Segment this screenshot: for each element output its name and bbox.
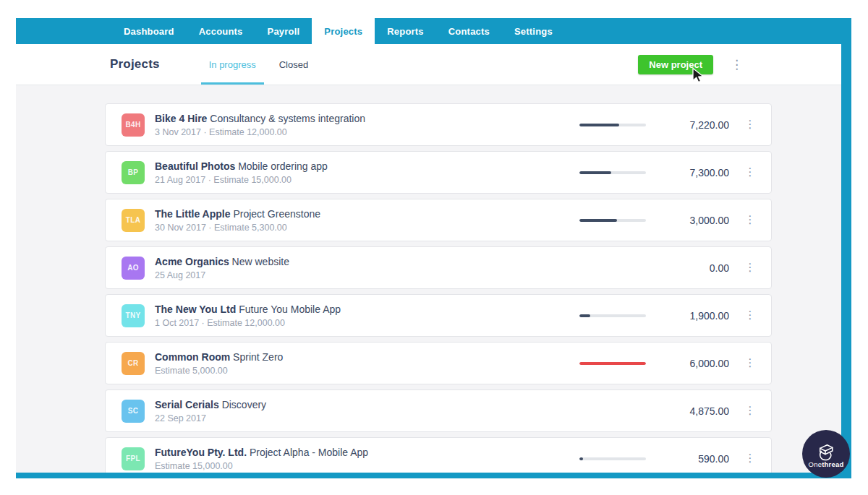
progress-bar-fill <box>579 124 619 126</box>
project-row[interactable]: B4H Bike 4 Hire Consultancy & systems in… <box>105 103 772 146</box>
project-text: Beautiful Photos Mobile ordering app 21 … <box>155 160 579 185</box>
project-avatar: B4H <box>122 113 145 137</box>
project-row[interactable]: BP Beautiful Photos Mobile ordering app … <box>105 151 772 194</box>
project-meta: 1 Oct 2017 · Estimate 12,000.00 <box>155 318 579 328</box>
watermark-label: Onethread <box>809 460 844 468</box>
project-text: Common Room Sprint Zero Estimate 5,000.0… <box>155 351 579 376</box>
project-text: The New You Ltd Future You Mobile App 1 … <box>155 304 579 328</box>
project-row[interactable]: AO Acme Organics New website 25 Aug 2017… <box>105 246 772 289</box>
project-meta: 21 Aug 2017 · Estimate 15,000.00 <box>155 175 579 185</box>
project-meta: 25 Aug 2017 <box>155 270 579 280</box>
project-row-right: 7,300.00 ⋮ <box>579 163 771 182</box>
project-text: Acme Organics New website 25 Aug 2017 <box>155 256 579 280</box>
project-name: FutureYou Pty. Ltd. <box>155 447 247 458</box>
project-meta: 22 Sep 2017 <box>155 413 579 423</box>
project-amount: 0.00 <box>646 262 729 274</box>
project-title-line: Bike 4 Hire Consultancy & systems integr… <box>155 113 579 124</box>
avatar-initials: SC <box>128 407 139 415</box>
progress-bar-fill <box>579 362 646 365</box>
progress-bar-fill <box>579 457 583 460</box>
spool-icon <box>814 440 838 462</box>
progress-bar <box>579 171 646 174</box>
project-amount: 6,000.00 <box>646 358 729 369</box>
project-row-right: 590.00 ⋮ <box>579 449 771 468</box>
project-name: Serial Cerials <box>155 399 219 410</box>
project-title-line: FutureYou Pty. Ltd. Project Alpha - Mobi… <box>155 447 579 458</box>
nav-item-payroll[interactable]: Payroll <box>255 18 312 44</box>
row-kebab-menu-icon[interactable]: ⋮ <box>729 163 771 182</box>
project-title-line: Common Room Sprint Zero <box>155 351 579 363</box>
project-amount: 590.00 <box>646 453 729 465</box>
header-spacer <box>320 44 638 85</box>
project-name: Beautiful Photos <box>155 160 235 172</box>
nav-item-contacts[interactable]: Contacts <box>436 18 502 44</box>
progress-bar <box>579 124 646 126</box>
project-avatar: AO <box>122 257 145 280</box>
nav-item-label: Reports <box>387 26 424 37</box>
project-name: The New You Ltd <box>155 304 236 315</box>
project-meta: 30 Nov 2017 · Estimate 5,300.00 <box>155 223 579 233</box>
project-row[interactable]: CR Common Room Sprint Zero Estimate 5,00… <box>105 342 772 384</box>
project-avatar: TNY <box>122 304 145 327</box>
nav-item-settings[interactable]: Settings <box>502 18 565 44</box>
row-kebab-menu-icon[interactable]: ⋮ <box>729 401 771 421</box>
project-avatar: CR <box>122 352 145 375</box>
project-row[interactable]: SC Serial Cerials Discovery 22 Sep 2017 … <box>105 389 772 432</box>
project-row-right: 0.00 ⋮ <box>579 258 771 277</box>
progress-bar <box>579 219 646 222</box>
page-header: Projects In progress Closed New project … <box>16 44 841 85</box>
project-text: The Little Apple Project Greenstone 30 N… <box>155 208 579 233</box>
header-kebab-menu-icon[interactable]: ⋮ <box>726 56 747 74</box>
filter-tab-label: Closed <box>279 59 308 70</box>
project-description: New website <box>232 256 289 267</box>
filter-tabs: In progress Closed <box>197 44 320 85</box>
project-amount: 1,900.00 <box>646 310 729 322</box>
filter-tab-label: In progress <box>209 59 256 70</box>
nav-item-accounts[interactable]: Accounts <box>187 18 255 44</box>
project-description: Discovery <box>222 399 266 410</box>
tab-closed[interactable]: Closed <box>271 44 316 85</box>
project-description: Consultancy & systems integration <box>210 113 365 124</box>
top-nav: Dashboard Accounts Payroll Projects Repo… <box>16 18 851 44</box>
project-name: Common Room <box>155 351 230 363</box>
avatar-initials: TNY <box>126 311 141 319</box>
project-avatar: BP <box>122 161 145 184</box>
project-amount: 7,300.00 <box>646 167 729 178</box>
nav-item-label: Contacts <box>448 26 490 37</box>
project-title-line: Beautiful Photos Mobile ordering app <box>155 160 579 172</box>
row-kebab-menu-icon[interactable]: ⋮ <box>729 353 771 373</box>
progress-bar <box>579 362 646 365</box>
nav-item-label: Settings <box>514 26 553 37</box>
project-amount: 4,875.00 <box>646 405 729 417</box>
progress-bar <box>579 457 646 460</box>
nav-item-projects[interactable]: Projects <box>312 18 375 44</box>
onethread-watermark: Onethread <box>802 430 850 478</box>
avatar-initials: CR <box>127 359 138 367</box>
new-project-button[interactable]: New project <box>638 55 713 74</box>
row-kebab-menu-icon[interactable]: ⋮ <box>729 210 771 230</box>
project-name: Acme Organics <box>155 256 229 267</box>
project-description: Mobile ordering app <box>238 160 328 172</box>
row-kebab-menu-icon[interactable]: ⋮ <box>729 258 771 277</box>
project-name: The Little Apple <box>155 208 230 220</box>
row-kebab-menu-icon[interactable]: ⋮ <box>729 306 771 325</box>
row-kebab-menu-icon[interactable]: ⋮ <box>729 449 771 468</box>
project-row-right: 6,000.00 ⋮ <box>579 353 771 373</box>
project-row[interactable]: TLA The Little Apple Project Greenstone … <box>105 199 772 241</box>
row-kebab-menu-icon[interactable]: ⋮ <box>729 115 771 134</box>
project-text: Serial Cerials Discovery 22 Sep 2017 <box>155 399 579 423</box>
project-name: Bike 4 Hire <box>155 113 207 124</box>
tab-in-progress[interactable]: In progress <box>201 44 264 85</box>
nav-item-dashboard[interactable]: Dashboard <box>111 18 187 44</box>
project-description: Project Alpha - Mobile App <box>250 447 368 458</box>
progress-bar-fill <box>579 171 611 174</box>
app-surface: Projects In progress Closed New project … <box>16 44 841 473</box>
project-row[interactable]: FPL FutureYou Pty. Ltd. Project Alpha - … <box>105 437 772 473</box>
avatar-initials: FPL <box>126 455 140 462</box>
project-title-line: The Little Apple Project Greenstone <box>155 208 579 220</box>
project-row[interactable]: TNY The New You Ltd Future You Mobile Ap… <box>105 294 772 337</box>
project-row-right: 3,000.00 ⋮ <box>579 210 771 230</box>
project-title-line: Acme Organics New website <box>155 256 579 267</box>
avatar-initials: BP <box>128 168 139 176</box>
nav-item-reports[interactable]: Reports <box>375 18 436 44</box>
